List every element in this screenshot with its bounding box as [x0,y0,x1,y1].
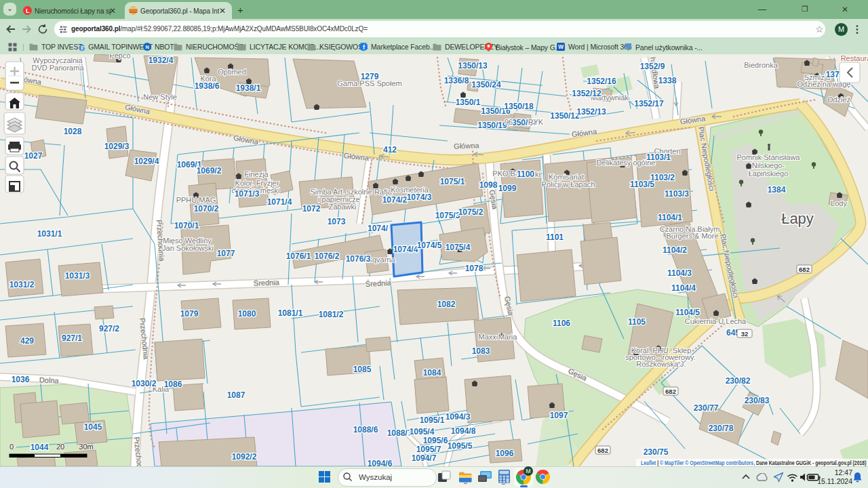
svg-text:1075/3: 1075/3 [435,211,460,220]
svg-text:Maxx Maria: Maxx Maria [479,333,518,341]
svg-text:1098: 1098 [479,180,498,190]
svg-text:1095/1: 1095/1 [420,415,445,425]
svg-text:ki: ki [535,170,540,178]
svg-text:Dolna: Dolna [39,375,60,385]
svg-text:1071/3: 1071/3 [235,189,260,199]
svg-text:1077: 1077 [217,249,235,258]
svg-text:1076/3: 1076/3 [346,254,371,264]
svg-text:1079: 1079 [180,309,199,319]
svg-text:1074/: 1074/ [368,224,389,233]
svg-text:1074/5: 1074/5 [417,241,442,250]
svg-text:1095/6: 1095/6 [423,436,448,445]
svg-text:1088/7: 1088/7 [387,428,412,438]
svg-text:20: 20 [56,443,64,451]
svg-text:0: 0 [9,443,14,451]
svg-text:Pepco: Pepco [109,54,130,60]
svg-text:1070/1: 1070/1 [174,221,199,230]
svg-text:1350/1: 1350/1 [456,98,481,107]
svg-text:230/77: 230/77 [694,403,719,413]
svg-text:1029/4: 1029/4 [134,157,159,166]
svg-text:1085: 1085 [353,365,372,374]
svg-text:1031/2: 1031/2 [9,280,35,289]
svg-text:1338: 1338 [658,76,677,85]
svg-text:1084: 1084 [423,368,441,378]
svg-text:1104/3: 1104/3 [667,268,692,278]
svg-text:1094/8: 1094/8 [451,426,476,436]
svg-text:1071/4: 1071/4 [267,197,292,207]
svg-text:N: N [145,44,149,50]
svg-text:1352/12: 1352/12 [572,89,601,98]
svg-text:Restaura: Restaura [841,54,868,62]
svg-text:1352/16: 1352/16 [587,77,616,86]
svg-text:Pomnik Stanisława: Pomnik Stanisława [737,153,801,161]
svg-text:1044: 1044 [31,443,49,452]
svg-text:1350/12: 1350/12 [550,111,580,121]
svg-text:Leaflet | © MapTiler © OpenStr: Leaflet | © MapTiler © OpenStreetMap con… [641,459,867,466]
svg-text:1095/4: 1095/4 [410,427,435,436]
svg-text:1081/2: 1081/2 [319,310,344,319]
svg-text:Główna: Główna [454,141,480,150]
svg-text:1103/1: 1103/1 [646,152,671,162]
svg-text:1028: 1028 [64,127,82,136]
svg-text:1352/13: 1352/13 [576,107,606,117]
svg-text:927/1: 927/1 [62,333,82,343]
svg-text:Lody: Lody [831,199,847,207]
svg-text:Cukiernia U Lecha: Cukiernia U Lecha [685,317,747,325]
svg-text:1076/2: 1076/2 [315,251,340,261]
svg-text:1099: 1099 [498,184,517,193]
svg-text:Biedronka: Biedronka [744,61,778,69]
svg-text:1029/3: 1029/3 [104,142,130,151]
svg-text:Optimed: Optimed [218,68,246,76]
svg-text:1092/2: 1092/2 [232,452,257,462]
svg-text:DVD Panorama: DVD Panorama [31,64,84,72]
svg-text:1076/1: 1076/1 [286,251,311,261]
svg-text:1074/4: 1074/4 [393,245,418,254]
svg-text:230/78: 230/78 [709,424,734,433]
svg-text:M: M [526,468,530,474]
svg-text:1082: 1082 [437,300,456,309]
svg-text:927/2: 927/2 [99,324,119,333]
svg-text:PPHU MAG: PPHU MAG [176,196,216,204]
svg-text:1384: 1384 [768,185,786,195]
svg-text:Finezja: Finezja [244,170,269,178]
svg-text:1087: 1087 [227,390,245,400]
svg-text:1938/6: 1938/6 [195,81,220,91]
svg-text:1350/13: 1350/13 [458,61,488,70]
svg-text:1938/1: 1938/1 [236,83,261,93]
svg-text:Policji w Łapach: Policji w Łapach [542,180,595,188]
svg-text:429: 429 [20,336,34,346]
svg-text:Odzież: Odzież [827,96,850,104]
svg-text:1080: 1080 [238,309,256,319]
svg-text:1070/2: 1070/2 [194,204,219,214]
svg-text:W: W [558,43,564,50]
svg-text:1104/4: 1104/4 [671,283,696,293]
svg-text:1104/5: 1104/5 [675,308,700,317]
svg-text:1279: 1279 [361,72,379,81]
svg-text:1352/17: 1352/17 [634,99,664,108]
svg-text:1088/6: 1088/6 [353,425,378,434]
svg-text:1350/24: 1350/24 [471,80,501,89]
svg-text:1036: 1036 [12,375,30,384]
svg-text:1031/3: 1031/3 [65,271,90,281]
svg-text:1069/2: 1069/2 [197,166,222,176]
svg-text:682: 682 [665,388,676,395]
svg-text:1073: 1073 [328,217,346,226]
svg-text:1350/19: 1350/19 [477,121,507,130]
svg-text:Burgers & More: Burgers & More [666,232,718,240]
svg-text:1075/4: 1075/4 [446,243,471,252]
svg-text:1045: 1045 [84,422,102,432]
svg-text:1094/6: 1094/6 [368,459,393,466]
svg-text:1081/1: 1081/1 [278,308,303,318]
svg-text:1932/4: 1932/4 [149,56,174,65]
svg-text:Średnia: Średnia [366,279,392,288]
svg-text:1095/5: 1095/5 [448,441,473,451]
svg-text:1103/5: 1103/5 [630,180,654,189]
svg-text:1078: 1078 [465,264,484,273]
svg-text:RYK: RYK [528,118,544,126]
svg-text:1075/1: 1075/1 [440,177,465,186]
svg-text:1074/2: 1074/2 [382,195,408,205]
svg-text:Nilskiego-: Nilskiego- [752,161,785,169]
svg-text:1086: 1086 [164,380,182,389]
svg-text:1104/1: 1104/1 [658,213,682,222]
svg-text:96: 96 [505,118,513,126]
